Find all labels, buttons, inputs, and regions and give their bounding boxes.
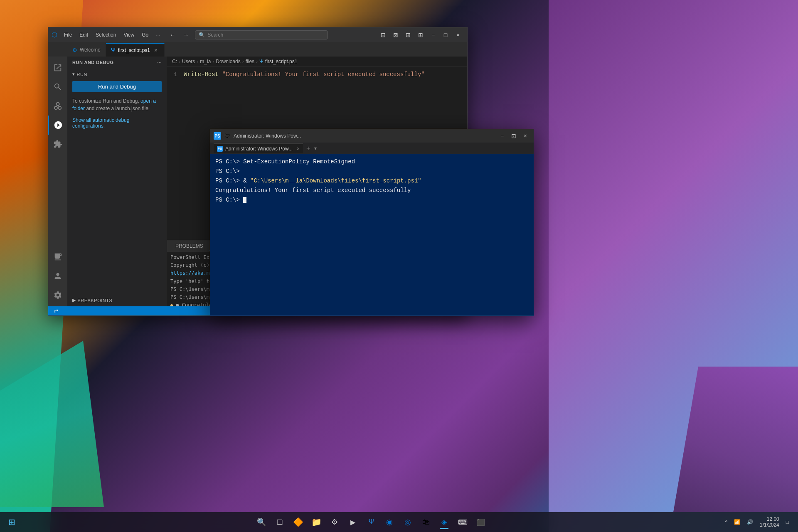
ps-amp: & <box>243 177 250 184</box>
activity-account[interactable] <box>48 266 67 286</box>
edge2-icon: ◎ <box>404 517 411 527</box>
taskbar-edge2[interactable]: ◎ <box>399 514 416 530</box>
minimize-button[interactable]: − <box>427 30 439 40</box>
settings-icon[interactable]: ··· <box>157 60 162 65</box>
cmd-icon: ⬛ <box>477 518 485 526</box>
menu-file[interactable]: File <box>61 30 75 39</box>
tab-close-icon[interactable]: × <box>153 47 159 54</box>
search-bar[interactable]: 🔍 Search <box>195 30 328 39</box>
taskbar-edge[interactable]: ◉ <box>381 514 398 530</box>
write-host-keyword: Write-Host <box>184 71 219 78</box>
activity-scm[interactable] <box>48 96 67 116</box>
start-button[interactable]: ⊞ <box>3 514 20 530</box>
clock: 12:00 <box>760 516 779 522</box>
activity-settings[interactable] <box>48 286 67 305</box>
split-editor-icon[interactable]: ⊟ <box>377 30 389 40</box>
breadcrumb-filename: first_script.ps1 <box>265 59 297 64</box>
ps-active-tab[interactable]: PS Administrator: Windows Pow... × <box>214 143 303 153</box>
breakpoints-title: ▶ BREAKPOINTS <box>72 298 162 303</box>
editor-tabs: ⚙ Welcome Ψ first_script.ps1 × <box>48 42 467 57</box>
powershell-window: PS 🛡 Administrator: Windows Pow... − ⊡ ×… <box>210 129 534 316</box>
ps-prompt-5: PS C:\> <box>215 197 243 203</box>
description-text2: and create a launch.json file. <box>86 106 150 111</box>
vscode-menu-bar: File Edit Selection View Go ··· <box>61 30 163 39</box>
notification-icon[interactable]: □ <box>783 517 791 527</box>
ps-prompt-2: PS C:\> <box>215 168 240 175</box>
taskbar-settings[interactable]: ⚙ <box>326 514 343 530</box>
taskbar-search[interactable]: 🔍 <box>253 514 270 530</box>
menu-view[interactable]: View <box>120 30 138 39</box>
taskbar-vscode[interactable]: ◈ <box>436 514 453 530</box>
time-display[interactable]: 12:00 1/1/2024 <box>757 515 782 530</box>
taskbar-terminal[interactable]: ▶ <box>345 514 361 530</box>
tab-first-script[interactable]: Ψ first_script.ps1 × <box>106 43 165 57</box>
run-section: ▾ RUN Run and Debug To customize Run and… <box>67 68 167 132</box>
ps-shield-icon: 🛡 <box>224 133 230 139</box>
maximize-button[interactable]: □ <box>440 30 451 40</box>
ps-maximize-button[interactable]: ⊡ <box>509 132 519 140</box>
menu-more[interactable]: ··· <box>153 30 163 39</box>
network-icon[interactable]: 📶 <box>732 517 743 527</box>
activity-terminal[interactable] <box>48 247 67 266</box>
activity-run[interactable] <box>48 116 67 135</box>
vscode-logo-icon: ⬡ <box>52 31 57 39</box>
toggle-panel-icon[interactable]: ⊠ <box>390 30 401 40</box>
activity-extensions[interactable] <box>48 135 67 154</box>
volume-icon[interactable]: 🔊 <box>744 517 756 527</box>
sidebar: RUN AND DEBUG ··· ▾ RUN Run and Debug To… <box>67 57 167 306</box>
ps-terminal-content[interactable]: PS C:\> Set-ExecutionPolicy RemoteSigned… <box>210 154 534 315</box>
taskbar-taskview[interactable]: ❑ <box>271 514 288 530</box>
panel-tab-problems[interactable]: PROBLEMS <box>170 241 208 251</box>
menu-selection[interactable]: Selection <box>92 30 119 39</box>
customize-layout-icon[interactable]: ⊞ <box>415 30 426 40</box>
taskbar-items: 🔍 ❑ 🔶 📁 ⚙ ▶ Ψ ◉ ◎ 🛍 ◈ <box>20 514 722 530</box>
ps-close-button[interactable]: × <box>520 132 530 140</box>
ps-file-icon2: Ψ <box>259 59 264 64</box>
forward-button[interactable]: → <box>180 30 192 40</box>
activity-bar <box>48 57 67 306</box>
edge-orange-icon: 🔶 <box>293 517 303 527</box>
layout-icon[interactable]: ⊞ <box>402 30 414 40</box>
search-icon: 🔍 <box>199 32 205 38</box>
run-debug-button[interactable]: Run and Debug <box>72 81 162 92</box>
activity-explorer[interactable] <box>48 58 67 77</box>
menu-edit[interactable]: Edit <box>76 30 91 39</box>
taskbar-store[interactable]: 🛍 <box>418 514 434 530</box>
ps-new-tab-button[interactable]: + <box>305 145 312 152</box>
taskbar-cmd[interactable]: ⬛ <box>473 514 489 530</box>
ps-tab-chevron[interactable]: ▾ <box>314 145 317 151</box>
ps-prompt-3: PS C:\> <box>215 177 243 184</box>
tab-welcome[interactable]: ⚙ Welcome <box>67 43 106 57</box>
menu-go[interactable]: Go <box>138 30 152 39</box>
ps-script-path: "C:\Users\m__la\Downloads\files\first_sc… <box>250 177 421 184</box>
vscode-taskbar-icon: ◈ <box>441 517 447 527</box>
taskbar-edge-orange[interactable]: 🔶 <box>290 514 306 530</box>
taskbar-ps[interactable]: Ψ <box>363 514 379 530</box>
breadcrumb-downloads: Downloads <box>216 59 240 64</box>
code-content-1: Write-Host "Congratulations! Your first … <box>184 71 425 78</box>
ps-success-msg: Congratulations! Your first script execu… <box>215 187 411 194</box>
back-button[interactable]: ← <box>167 30 178 40</box>
ps-tab-close[interactable]: × <box>297 146 300 152</box>
description-text: To customize Run and Debug, <box>72 98 139 104</box>
status-remote[interactable]: ⇄ <box>52 308 61 314</box>
activity-search[interactable] <box>48 77 67 96</box>
close-button[interactable]: × <box>452 30 464 40</box>
breadcrumb-c: C: <box>172 59 177 64</box>
ps-logo-icon: PS <box>214 132 221 140</box>
breadcrumb-users: Users <box>182 59 195 64</box>
ps-window-title: Administrator: Windows Pow... <box>234 133 494 139</box>
sep1: › <box>179 59 180 64</box>
taskbar-keyboard[interactable]: ⌨ <box>454 514 471 530</box>
taskbar-explorer[interactable]: 📁 <box>308 514 325 530</box>
taskbar-chevron[interactable]: ^ <box>722 517 730 527</box>
show-all-link[interactable]: Show all automatic debug configurations. <box>72 117 162 129</box>
date: 1/1/2024 <box>760 522 779 528</box>
edge-icon: ◉ <box>386 517 393 527</box>
vscode-titlebar: ⬡ File Edit Selection View Go ··· ← → 🔍 … <box>48 27 467 42</box>
explorer-icon: 📁 <box>311 517 322 527</box>
ps-tab-label: Administrator: Windows Pow... <box>225 146 293 152</box>
ps-minimize-button[interactable]: − <box>497 132 507 140</box>
terminal-icon: ▶ <box>350 518 355 526</box>
ps-cursor <box>243 197 246 203</box>
